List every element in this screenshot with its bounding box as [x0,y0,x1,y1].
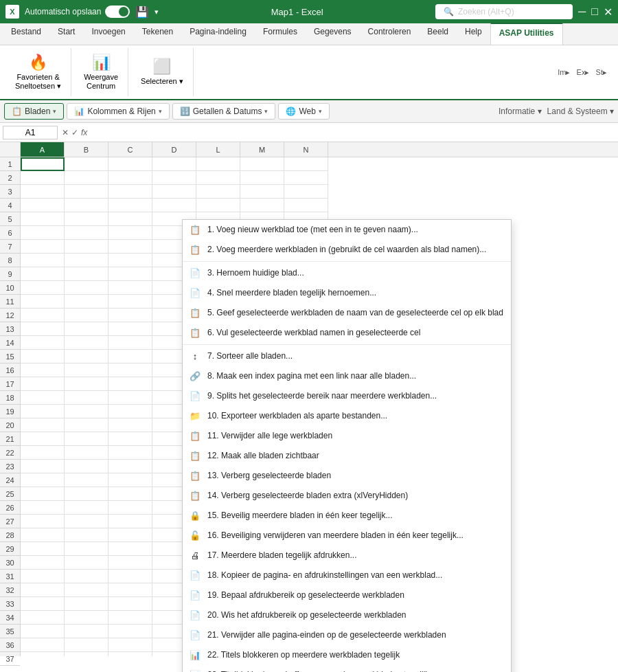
menu-item-19[interactable]: 📄19. Bepaal afdrukbereik op geselecteerd… [183,585,511,605]
menu-item-17[interactable]: 🖨17. Meerdere bladen tegelijk afdrukken.… [183,546,511,565]
cell-16-2[interactable] [108,363,152,377]
menu-item-22[interactable]: 📊22. Titels blokkeren op meerdere werkbl… [183,645,511,665]
cell-3-5[interactable] [240,185,284,199]
cell-30-1[interactable] [65,556,108,570]
cell-31-2[interactable] [108,570,152,583]
tab-beeld[interactable]: Beeld [419,23,457,45]
cell-29-0[interactable] [21,542,65,556]
kolommen-rijen-dropdown-button[interactable]: 📊 Kolommen & Rijen ▾ [67,103,169,120]
cell-1-3[interactable] [152,157,196,171]
cell-8-2[interactable] [108,254,152,267]
cell-9-0[interactable] [21,267,65,281]
cell-28-2[interactable] [108,528,152,542]
cell-2-4[interactable] [196,171,240,185]
cell-3-4[interactable] [196,185,240,199]
cell-33-1[interactable] [65,597,108,611]
cell-7-2[interactable] [108,240,152,254]
save-icon[interactable]: 💾 [135,5,149,19]
cell-24-1[interactable] [65,473,108,487]
cell-34-1[interactable] [65,611,108,625]
cell-3-0[interactable] [21,185,65,199]
cell-17-1[interactable] [65,377,108,391]
cell-14-0[interactable] [21,336,65,350]
cell-5-2[interactable] [108,212,152,226]
cell-26-0[interactable] [21,501,65,515]
cell-30-2[interactable] [108,556,152,570]
cell-29-2[interactable] [108,542,152,556]
cell-36-2[interactable] [108,638,152,652]
cell-4-6[interactable] [284,199,328,212]
cell-25-2[interactable] [108,487,152,501]
cell-19-2[interactable] [108,405,152,418]
cell-17-2[interactable] [108,377,152,391]
web-dropdown-button[interactable]: 🌐 Web ▾ [278,103,329,120]
cell-15-1[interactable] [65,350,108,363]
menu-item-7[interactable]: ↕7. Sorteer alle bladen... [183,346,511,366]
cell-15-0[interactable] [21,350,65,363]
cell-10-1[interactable] [65,281,108,295]
menu-item-16[interactable]: 🔓16. Beveiliging verwijderen van meerder… [183,526,511,546]
cell-34-2[interactable] [108,611,152,625]
cell-16-0[interactable] [21,363,65,377]
menu-item-6[interactable]: 📋6. Vul geselecteerde werkblad namen in … [183,323,511,343]
cell-22-1[interactable] [65,446,108,460]
maximize-icon[interactable]: □ [591,5,598,19]
cell-26-1[interactable] [65,501,108,515]
cell-36-1[interactable] [65,638,108,652]
cell-21-0[interactable] [21,432,65,446]
cell-1-1[interactable] [65,157,108,171]
cell-17-0[interactable] [21,377,65,391]
cell-2-5[interactable] [240,171,284,185]
cell-21-2[interactable] [108,432,152,446]
bladen-dropdown-button[interactable]: 📋 Bladen ▾ [4,103,64,120]
tab-help[interactable]: Help [457,23,490,45]
cell-7-1[interactable] [65,240,108,254]
cell-32-0[interactable] [21,583,65,597]
cell-28-1[interactable] [65,528,108,542]
cell-14-2[interactable] [108,336,152,350]
menu-item-5[interactable]: 📋5. Geef geselecteerde werkbladen de naa… [183,303,511,323]
weergave-button[interactable]: 📊 WeergaveCentrum [80,51,122,93]
cell-23-2[interactable] [108,460,152,473]
cell-2-6[interactable] [284,171,328,185]
cell-24-2[interactable] [108,473,152,487]
cell-18-2[interactable] [108,391,152,405]
cell-37-1[interactable] [65,652,108,656]
cell-32-1[interactable] [65,583,108,597]
cell-4-1[interactable] [65,199,108,212]
expand-formula-icon[interactable]: ✕ [62,128,69,137]
cell-32-2[interactable] [108,583,152,597]
cell-13-2[interactable] [108,322,152,336]
menu-item-12[interactable]: 📋12. Maak alle bladen zichtbaar [183,446,511,466]
tab-controleren[interactable]: Controleren [360,23,420,45]
menu-item-21[interactable]: 📄21. Verwijder alle pagina-einden op de … [183,625,511,645]
tab-pagina-indeling[interactable]: Pagina-indeling [181,23,255,45]
cell-6-1[interactable] [65,226,108,240]
cell-5-0[interactable] [21,212,65,226]
cell-29-1[interactable] [65,542,108,556]
tab-start[interactable]: Start [49,23,83,45]
cell-3-2[interactable] [108,185,152,199]
cell-35-1[interactable] [65,625,108,638]
selecteren-button[interactable]: ⬜ Selecteren ▾ [137,55,187,89]
informatie-button[interactable]: Informatie ▾ [499,107,542,116]
cell-19-0[interactable] [21,405,65,418]
cell-11-2[interactable] [108,295,152,309]
cell-33-2[interactable] [108,597,152,611]
cell-6-2[interactable] [108,226,152,240]
insert-function-icon[interactable]: fx [81,128,87,137]
cell-31-0[interactable] [21,570,65,583]
cancel-formula-icon[interactable]: ✓ [71,128,78,137]
cell-27-0[interactable] [21,515,65,528]
cell-1-5[interactable] [240,157,284,171]
cell-18-0[interactable] [21,391,65,405]
cell-3-1[interactable] [65,185,108,199]
cell-30-0[interactable] [21,556,65,570]
cell-25-1[interactable] [65,487,108,501]
cell-8-1[interactable] [65,254,108,267]
menu-item-20[interactable]: 📄20. Wis het afdrukbereik op geselecteer… [183,605,511,625]
cell-4-3[interactable] [152,199,196,212]
menu-item-11[interactable]: 📋11. Verwijder alle lege werkbladen [183,426,511,446]
menu-item-13[interactable]: 📋13. Verberg geselecteerde bladen [183,466,511,486]
cell-1-0[interactable] [21,157,65,171]
